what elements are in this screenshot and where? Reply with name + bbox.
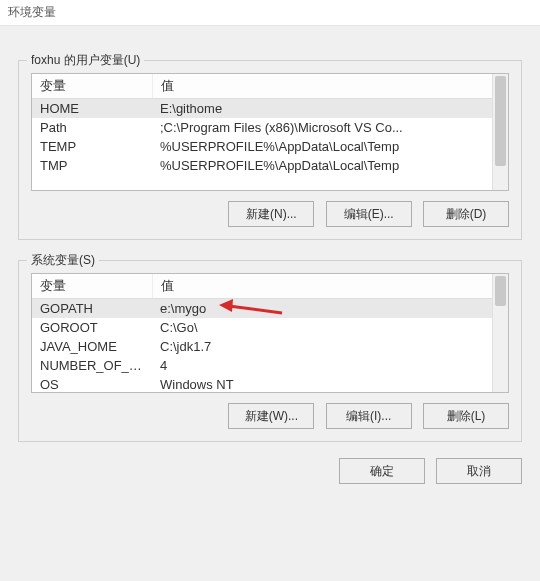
table-row[interactable]: NUMBER_OF_PR... 4 [32, 356, 508, 375]
table-row[interactable]: TMP %USERPROFILE%\AppData\Local\Temp [32, 156, 508, 175]
cell-name: JAVA_HOME [32, 337, 152, 356]
cell-name: TEMP [32, 137, 152, 156]
cell-value: Windows NT [152, 375, 508, 393]
table-header-row: 变量 值 [32, 274, 508, 299]
scrollbar[interactable] [492, 74, 508, 190]
window-title: 环境变量 [8, 5, 56, 19]
table-row[interactable]: GOROOT C:\Go\ [32, 318, 508, 337]
table-header-row: 变量 值 [32, 74, 508, 99]
cell-name: TMP [32, 156, 152, 175]
table-row[interactable]: JAVA_HOME C:\jdk1.7 [32, 337, 508, 356]
system-vars-group: 系统变量(S) 变量 值 GOPATH e:\mygo GOROOT [18, 260, 522, 442]
table-row[interactable]: TEMP %USERPROFILE%\AppData\Local\Temp [32, 137, 508, 156]
cell-name: GOROOT [32, 318, 152, 337]
cell-value: E:\githome [152, 99, 508, 119]
cell-name: Path [32, 118, 152, 137]
cell-value: e:\mygo [152, 299, 508, 319]
dialog-content: foxhu 的用户变量(U) 变量 值 HOME E:\githome Path [0, 26, 540, 442]
edit-system-var-button[interactable]: 编辑(I)... [326, 403, 412, 429]
system-vars-table-wrap: 变量 值 GOPATH e:\mygo GOROOT C:\Go\ JAVA_H… [31, 273, 509, 393]
edit-user-var-button[interactable]: 编辑(E)... [326, 201, 412, 227]
user-vars-label: foxhu 的用户变量(U) [27, 52, 144, 69]
delete-user-var-button[interactable]: 删除(D) [423, 201, 509, 227]
user-vars-buttons: 新建(N)... 编辑(E)... 删除(D) [31, 201, 509, 227]
system-vars-label: 系统变量(S) [27, 252, 99, 269]
window-title-bar: 环境变量 [0, 0, 540, 26]
cell-value: 4 [152, 356, 508, 375]
col-header-name[interactable]: 变量 [32, 274, 152, 299]
cell-value: ;C:\Program Files (x86)\Microsoft VS Co.… [152, 118, 508, 137]
user-vars-table[interactable]: 变量 值 HOME E:\githome Path ;C:\Program Fi… [32, 74, 508, 175]
scrollbar-thumb[interactable] [495, 276, 506, 306]
dialog-buttons: 确定 取消 [0, 442, 540, 500]
scrollbar-thumb[interactable] [495, 76, 506, 166]
user-vars-group: foxhu 的用户变量(U) 变量 值 HOME E:\githome Path [18, 60, 522, 240]
delete-system-var-button[interactable]: 删除(L) [423, 403, 509, 429]
system-vars-buttons: 新建(W)... 编辑(I)... 删除(L) [31, 403, 509, 429]
ok-button[interactable]: 确定 [339, 458, 425, 484]
table-row[interactable]: OS Windows NT [32, 375, 508, 393]
system-vars-table[interactable]: 变量 值 GOPATH e:\mygo GOROOT C:\Go\ JAVA_H… [32, 274, 508, 393]
col-header-value[interactable]: 值 [152, 74, 508, 99]
cell-name: GOPATH [32, 299, 152, 319]
new-user-var-button[interactable]: 新建(N)... [228, 201, 314, 227]
cell-value: C:\jdk1.7 [152, 337, 508, 356]
user-vars-table-wrap: 变量 值 HOME E:\githome Path ;C:\Program Fi… [31, 73, 509, 191]
cell-value: %USERPROFILE%\AppData\Local\Temp [152, 156, 508, 175]
new-system-var-button[interactable]: 新建(W)... [228, 403, 314, 429]
cancel-button[interactable]: 取消 [436, 458, 522, 484]
col-header-value[interactable]: 值 [152, 274, 508, 299]
cell-value: %USERPROFILE%\AppData\Local\Temp [152, 137, 508, 156]
scrollbar[interactable] [492, 274, 508, 392]
cell-name: OS [32, 375, 152, 393]
cell-value: C:\Go\ [152, 318, 508, 337]
table-row[interactable]: GOPATH e:\mygo [32, 299, 508, 319]
cell-name: HOME [32, 99, 152, 119]
col-header-name[interactable]: 变量 [32, 74, 152, 99]
table-row[interactable]: HOME E:\githome [32, 99, 508, 119]
table-row[interactable]: Path ;C:\Program Files (x86)\Microsoft V… [32, 118, 508, 137]
cell-name: NUMBER_OF_PR... [32, 356, 152, 375]
